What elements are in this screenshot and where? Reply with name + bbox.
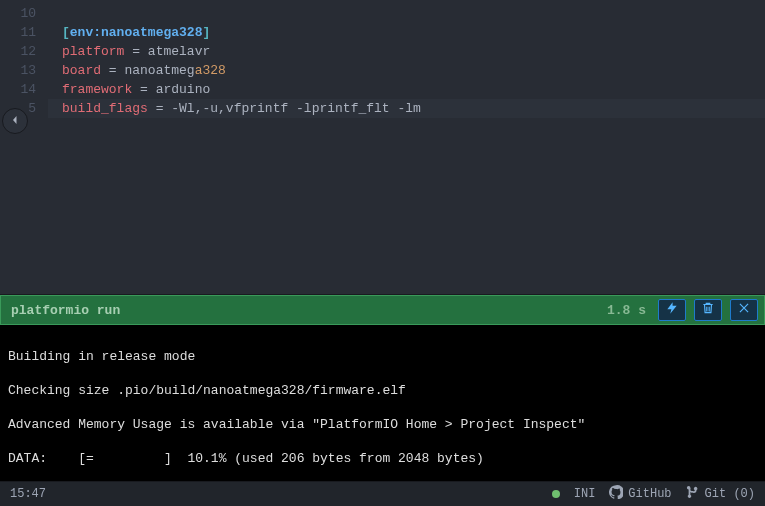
line-number: 11 xyxy=(0,23,48,42)
line-number: 13 xyxy=(0,61,48,80)
trash-icon xyxy=(701,301,715,319)
chevron-left-icon xyxy=(10,114,20,129)
line-gutter: 10 11 12 13 14 5 xyxy=(0,0,48,294)
cursor-position[interactable]: 15:47 xyxy=(10,487,538,501)
terminal-line: DATA: [= ] 10.1% (used 206 bytes from 20… xyxy=(8,450,757,467)
terminal-command: platformio run xyxy=(11,303,599,318)
lightning-icon xyxy=(665,301,679,319)
close-terminal-button[interactable] xyxy=(730,299,758,321)
code-line: [env:nanoatmega328] xyxy=(62,23,765,42)
github-label: GitHub xyxy=(628,487,671,501)
line-number: 10 xyxy=(0,4,48,23)
github-icon xyxy=(609,485,623,503)
terminal-line: Building in release mode xyxy=(8,348,757,365)
status-bar: 15:47 INI GitHub Git (0) xyxy=(0,481,765,506)
close-icon xyxy=(737,301,751,319)
terminal-header: platformio run 1.8 s xyxy=(0,295,765,325)
git-branch-icon xyxy=(686,485,700,503)
terminal-line: Advanced Memory Usage is available via "… xyxy=(8,416,757,433)
git-label: Git (0) xyxy=(705,487,755,501)
code-line: board = nanoatmega328 xyxy=(62,61,765,80)
code-line: framework = arduino xyxy=(62,80,765,99)
code-line-active: build_flags = -Wl,-u,vfprintf -lprintf_f… xyxy=(48,99,765,118)
git-status[interactable]: Git (0) xyxy=(686,485,755,503)
code-area[interactable]: [env:nanoatmega328] platform = atmelavr … xyxy=(48,0,765,294)
file-type[interactable]: INI xyxy=(574,487,596,501)
line-number: 14 xyxy=(0,80,48,99)
line-number: 12 xyxy=(0,42,48,61)
rerun-button[interactable] xyxy=(658,299,686,321)
linter-status[interactable] xyxy=(552,490,560,498)
terminal-output[interactable]: Building in release mode Checking size .… xyxy=(0,325,765,481)
github-link[interactable]: GitHub xyxy=(609,485,671,503)
code-editor[interactable]: 10 11 12 13 14 5 [env:nanoatmega328] pla… xyxy=(0,0,765,295)
fold-toggle-handle[interactable] xyxy=(2,108,28,134)
status-dot-icon xyxy=(552,490,560,498)
code-line: platform = atmelavr xyxy=(62,42,765,61)
code-line xyxy=(62,4,765,23)
terminal-duration: 1.8 s xyxy=(607,303,646,318)
clear-button[interactable] xyxy=(694,299,722,321)
terminal-line: Checking size .pio/build/nanoatmega328/f… xyxy=(8,382,757,399)
